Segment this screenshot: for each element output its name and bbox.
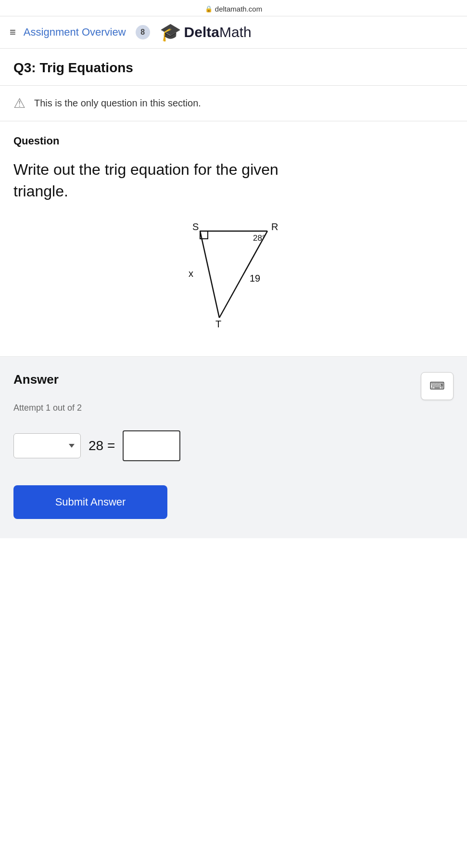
logo-bold: Delta bbox=[184, 24, 219, 40]
question-area: Question Write out the trig equation for… bbox=[0, 121, 467, 357]
section-title: Q3: Trig Equations bbox=[13, 60, 454, 76]
keyboard-toggle-button[interactable]: ⌨ bbox=[421, 372, 454, 400]
answer-label: Answer bbox=[13, 372, 59, 387]
angle-label: 28° bbox=[253, 233, 265, 243]
triangle-diagram: S R T 28° x 19 bbox=[171, 221, 296, 327]
equation-number-and-equals: 28 = bbox=[88, 438, 115, 453]
keyboard-icon: ⌨ bbox=[429, 380, 445, 392]
answer-area: Answer ⌨ Attempt 1 out of 2 sin cos tan … bbox=[0, 357, 467, 538]
vertex-r-label: R bbox=[271, 221, 278, 232]
top-bar: 🔒 deltamath.com bbox=[0, 0, 467, 16]
question-line2: triangle. bbox=[13, 182, 68, 200]
section-title-bar: Q3: Trig Equations bbox=[0, 49, 467, 86]
nav-bar: ≡ Assignment Overview 8 🎓 DeltaMath bbox=[0, 16, 467, 49]
warning-bar: ⚠ This is the only question in this sect… bbox=[0, 86, 467, 121]
svg-line-2 bbox=[200, 231, 219, 318]
logo-light: Math bbox=[219, 24, 252, 40]
domain-text: deltamath.com bbox=[215, 5, 262, 13]
submit-answer-button[interactable]: Submit Answer bbox=[13, 485, 167, 519]
lock-icon: 🔒 bbox=[205, 5, 213, 13]
question-label: Question bbox=[13, 135, 454, 147]
domain-display: 🔒 deltamath.com bbox=[205, 5, 262, 13]
answer-value-input[interactable] bbox=[123, 430, 180, 461]
diagram-container: S R T 28° x 19 bbox=[13, 221, 454, 327]
side-19-label: 19 bbox=[250, 273, 260, 284]
assignment-count-badge: 8 bbox=[136, 25, 150, 39]
answer-input-row: sin cos tan csc sec cot 28 = bbox=[13, 430, 454, 461]
question-text: Write out the trig equation for the give… bbox=[13, 159, 454, 202]
warning-message: This is the only question in this sectio… bbox=[34, 98, 201, 109]
vertex-s-label: S bbox=[192, 221, 199, 232]
equals-symbol: = bbox=[107, 438, 115, 453]
attempt-count-text: Attempt 1 out of 2 bbox=[13, 403, 454, 413]
vertex-t-label: T bbox=[215, 319, 221, 327]
deltamath-logo: 🎓 DeltaMath bbox=[160, 22, 252, 42]
assignment-overview-link[interactable]: Assignment Overview bbox=[24, 26, 126, 39]
answer-header: Answer ⌨ bbox=[13, 372, 454, 400]
graduation-cap-icon: 🎓 bbox=[160, 22, 181, 42]
equation-number: 28 bbox=[88, 438, 103, 453]
question-line1: Write out the trig equation for the give… bbox=[13, 161, 278, 178]
warning-triangle-icon: ⚠ bbox=[13, 95, 25, 111]
trig-function-dropdown[interactable]: sin cos tan csc sec cot bbox=[13, 433, 81, 458]
hamburger-menu-icon[interactable]: ≡ bbox=[10, 27, 16, 38]
side-x-label: x bbox=[189, 268, 193, 279]
logo-text: DeltaMath bbox=[184, 24, 252, 40]
